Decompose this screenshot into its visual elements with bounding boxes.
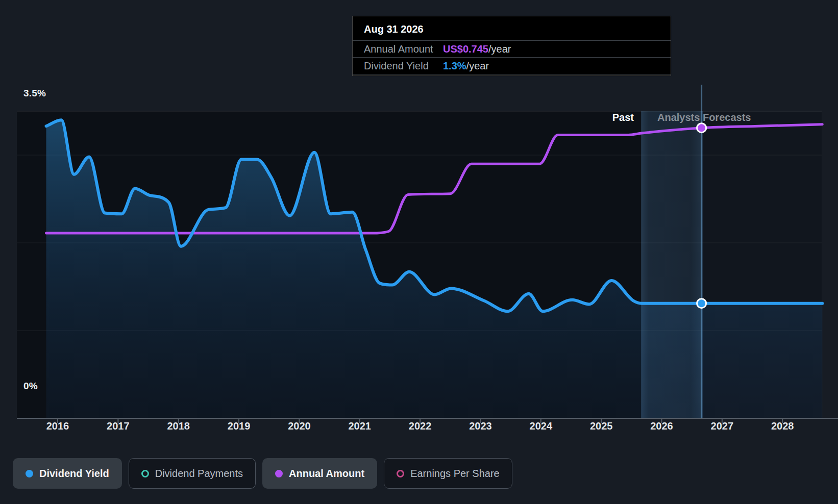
x-tick-label-2024: 2024 [518,420,564,432]
x-tick-label-2025: 2025 [578,420,624,432]
legend-label: Dividend Yield [39,468,109,480]
tooltip: Aug 31 2026 Annual Amount US$0.745/year … [352,16,671,76]
tooltip-row-annual-amount: Annual Amount US$0.745/year [353,41,671,58]
tooltip-value: US$0.745 [443,43,488,55]
tooltip-date: Aug 31 2026 [353,21,671,41]
x-tick-label-2018: 2018 [156,420,202,432]
marker-annual-amount [697,123,706,133]
annual-amount-dot-icon [275,470,283,477]
x-tick-label-2019: 2019 [216,420,262,432]
x-tick-label-2028: 2028 [759,420,805,432]
legend-label: Annual Amount [289,468,364,480]
tooltip-label: Annual Amount [364,43,443,55]
x-tick-label-2016: 2016 [35,420,81,432]
y-axis-min-label: 0% [23,381,38,392]
x-tick-label-2027: 2027 [699,420,745,432]
x-tick-label-2017: 2017 [95,420,141,432]
tooltip-suffix: /year [466,60,489,72]
tooltip-label: Dividend Yield [364,60,443,72]
analysts-forecasts-zone-label: Analysts Forecasts [657,112,751,123]
legend-label: Dividend Payments [155,468,243,480]
x-tick-label-2022: 2022 [397,420,443,432]
legend-chip-annual-amount[interactable]: Annual Amount [262,458,377,489]
marker-dividend-yield [697,299,706,308]
dividend-payments-ring-icon [141,470,149,477]
past-zone-label: Past [0,112,634,123]
x-tick-label-2023: 2023 [457,420,503,432]
y-axis-max-label: 3.5% [23,88,46,99]
x-tick-label-2021: 2021 [337,420,383,432]
forecast-highlight-band [641,111,703,418]
tooltip-row-dividend-yield: Dividend Yield 1.3%/year [353,58,671,74]
x-tick-label-2020: 2020 [276,420,322,432]
legend-chip-earnings-per-share[interactable]: Earnings Per Share [384,458,512,489]
tooltip-suffix: /year [488,43,511,55]
legend-chip-dividend-payments[interactable]: Dividend Payments [129,458,256,489]
legend-label: Earnings Per Share [410,468,500,480]
tooltip-value: 1.3% [443,60,466,72]
dividend-yield-dot-icon [26,470,33,477]
earnings-per-share-ring-icon [397,470,404,477]
legend-chip-dividend-yield[interactable]: Dividend Yield [13,458,122,489]
legend: Dividend Yield Dividend Payments Annual … [13,458,512,489]
x-tick-label-2026: 2026 [639,420,685,432]
